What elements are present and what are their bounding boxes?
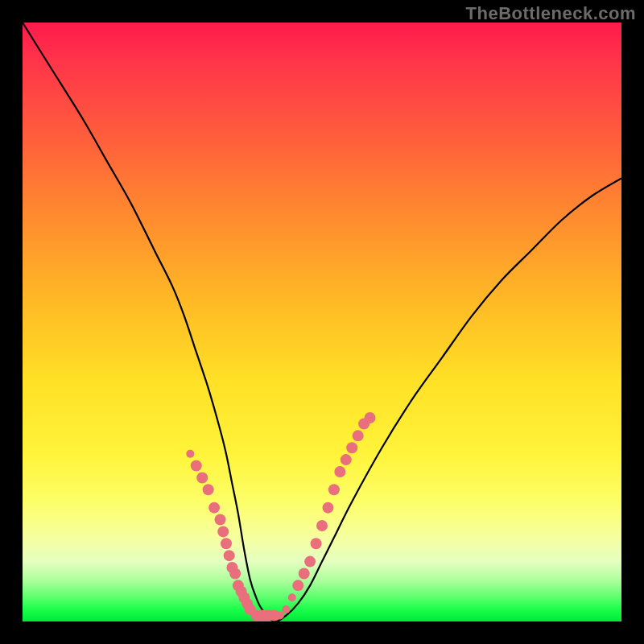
data-point <box>196 472 208 483</box>
data-point <box>316 520 328 531</box>
data-point <box>365 412 376 423</box>
data-point <box>229 568 241 579</box>
data-point <box>322 502 333 514</box>
bottleneck-curve <box>23 23 621 621</box>
data-point <box>334 466 345 477</box>
data-point <box>208 502 220 514</box>
data-point <box>215 514 226 526</box>
data-point <box>217 526 229 537</box>
data-point <box>311 538 322 549</box>
data-point <box>191 460 202 472</box>
data-point <box>282 605 290 613</box>
data-point <box>288 593 296 601</box>
data-point <box>276 612 284 620</box>
plot-area <box>23 23 621 621</box>
data-point <box>353 430 364 441</box>
data-point <box>224 550 235 561</box>
data-point <box>299 568 310 579</box>
chart-svg <box>23 23 621 621</box>
watermark: TheBottleneck.com <box>466 3 636 24</box>
data-point <box>328 484 340 495</box>
data-point <box>341 454 352 465</box>
data-point <box>304 556 316 568</box>
data-point <box>221 538 232 549</box>
chart-frame: TheBottleneck.com <box>0 0 644 644</box>
data-point <box>186 450 194 458</box>
data-point <box>203 484 214 495</box>
data-point <box>346 442 357 453</box>
data-point <box>292 580 303 591</box>
